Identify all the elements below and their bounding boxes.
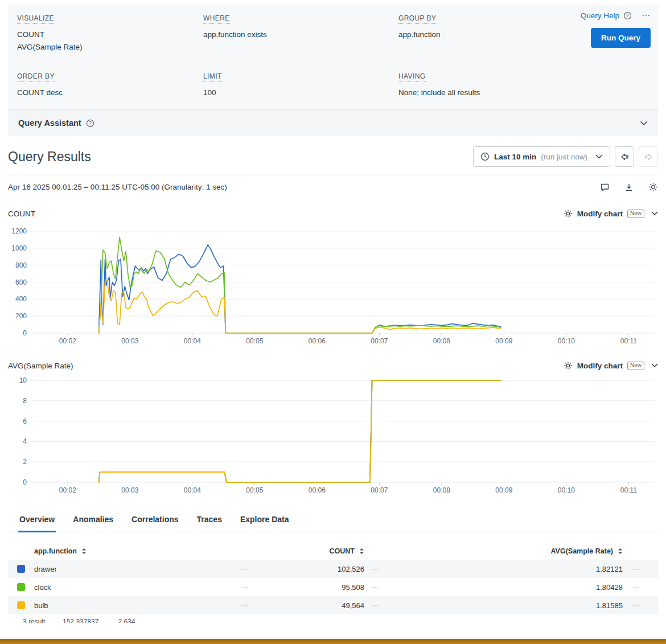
- count-chart-header: COUNT Modify chart New: [8, 209, 658, 218]
- svg-text:00:06: 00:06: [309, 486, 326, 494]
- clause-having-label: HAVING: [398, 72, 426, 82]
- overflow-menu-icon[interactable]: ⋯: [642, 10, 651, 20]
- history-back-button[interactable]: [615, 146, 634, 167]
- svg-text:0: 0: [23, 329, 27, 337]
- modify-chart-button[interactable]: Modify chart New: [564, 361, 658, 370]
- svg-text:800: 800: [15, 261, 27, 269]
- svg-text:00:09: 00:09: [495, 337, 512, 345]
- avg-chart-title: AVG(Sample Rate): [8, 362, 73, 370]
- clause-limit[interactable]: LIMIT 100: [203, 71, 398, 99]
- svg-text:200: 200: [15, 312, 27, 320]
- svg-text:00:11: 00:11: [620, 486, 637, 494]
- time-range-value: Last 10 min: [494, 153, 536, 161]
- clock-icon: [480, 152, 490, 161]
- modify-chart-button[interactable]: Modify chart New: [564, 209, 658, 218]
- row-menu[interactable]: ⋯: [228, 601, 262, 610]
- limit-value[interactable]: 100: [203, 87, 398, 99]
- column-label: COUNT: [330, 547, 355, 555]
- modify-chart-label: Modify chart: [577, 362, 623, 370]
- tab-overview[interactable]: Overview: [18, 509, 56, 532]
- svg-text:2: 2: [23, 458, 27, 466]
- visualize-count[interactable]: COUNT: [17, 28, 203, 41]
- clause-having[interactable]: HAVING None; include all results: [398, 71, 495, 99]
- query-help-link[interactable]: Query Help: [581, 11, 619, 20]
- clause-group-by-label: GROUP BY: [398, 14, 436, 24]
- svg-text:00:06: 00:06: [309, 337, 326, 345]
- column-header-avg-sample-rate[interactable]: AVG(Sample Rate): [387, 547, 623, 555]
- svg-text:?: ?: [626, 13, 629, 18]
- svg-text:10: 10: [19, 376, 27, 384]
- clause-group-by[interactable]: GROUP BY app.function: [398, 13, 495, 54]
- svg-text:600: 600: [15, 278, 27, 286]
- results-summary-clipped: 3 result… … 152,337837 … … 2,634,…: [23, 618, 666, 623]
- count-chart-title: COUNT: [8, 210, 35, 218]
- chevron-down-icon: [595, 154, 603, 159]
- table-header-row: app.function COUNT AVG(Sample Rate): [8, 543, 658, 560]
- group-name: drawer: [34, 565, 228, 573]
- series-swatch-drawer: [17, 565, 25, 573]
- new-badge: New: [627, 362, 644, 370]
- column-header-count[interactable]: COUNT: [262, 547, 364, 555]
- query-assistant-bar[interactable]: Query Assistant ?: [8, 109, 658, 136]
- time-range-picker[interactable]: Last 10 min (run just now): [473, 146, 610, 167]
- table-row[interactable]: clock ⋯ 95,508 ⋯ 1.80428 ⋯: [8, 578, 658, 596]
- row-menu[interactable]: ⋯: [228, 565, 262, 573]
- help-icon[interactable]: ?: [623, 11, 632, 20]
- svg-text:00:10: 00:10: [558, 486, 575, 494]
- results-table: app.function COUNT AVG(Sample Rate) draw…: [8, 543, 658, 614]
- tab-explore-data[interactable]: Explore Data: [239, 509, 290, 532]
- table-row[interactable]: drawer ⋯ 102,526 ⋯ 1.82121 ⋯: [8, 560, 658, 578]
- help-icon[interactable]: ?: [86, 119, 94, 128]
- gear-icon: [564, 361, 573, 370]
- clause-where[interactable]: WHERE app.function exists: [203, 13, 398, 54]
- query-assistant-title: Query Assistant: [18, 118, 81, 128]
- clause-where-label: WHERE: [203, 14, 230, 24]
- svg-text:?: ?: [89, 120, 92, 126]
- comment-icon[interactable]: [600, 183, 610, 192]
- svg-text:00:03: 00:03: [121, 337, 138, 345]
- run-query-button[interactable]: Run Query: [591, 28, 651, 48]
- gear-icon[interactable]: [648, 182, 658, 192]
- cell-menu[interactable]: ⋯: [623, 601, 649, 610]
- chevron-down-icon[interactable]: [640, 121, 648, 126]
- row-menu[interactable]: ⋯: [228, 583, 262, 592]
- cell-menu[interactable]: ⋯: [364, 565, 387, 573]
- svg-text:00:02: 00:02: [59, 486, 76, 494]
- clause-order-by-label: ORDER BY: [17, 72, 55, 82]
- svg-text:00:11: 00:11: [620, 337, 637, 345]
- svg-text:00:08: 00:08: [433, 337, 450, 345]
- having-value[interactable]: None; include all results: [398, 87, 495, 99]
- history-forward-button[interactable]: [639, 146, 658, 167]
- svg-text:1000: 1000: [11, 244, 27, 252]
- where-filter[interactable]: app.function exists: [203, 28, 398, 41]
- clause-visualize[interactable]: VISUALIZE COUNT AVG(Sample Rate): [17, 13, 203, 54]
- svg-text:00:05: 00:05: [246, 486, 263, 494]
- download-icon[interactable]: [624, 183, 634, 192]
- svg-text:00:07: 00:07: [371, 337, 388, 345]
- clause-limit-label: LIMIT: [203, 72, 222, 82]
- svg-text:4: 4: [23, 437, 27, 445]
- cell-menu[interactable]: ⋯: [623, 583, 649, 592]
- visualize-avg-sample-rate[interactable]: AVG(Sample Rate): [17, 41, 203, 54]
- cell-menu[interactable]: ⋯: [623, 565, 649, 573]
- count-value: 102,526: [262, 565, 364, 573]
- column-label: app.function: [34, 547, 77, 555]
- order-by-value[interactable]: COUNT desc: [17, 87, 203, 99]
- tab-traces[interactable]: Traces: [196, 509, 223, 532]
- tab-anomalies[interactable]: Anomalies: [72, 509, 114, 532]
- results-tab-bar: Overview Anomalies Correlations Traces E…: [8, 509, 658, 532]
- group-by-field[interactable]: app.function: [398, 28, 495, 41]
- cell-menu[interactable]: ⋯: [364, 583, 387, 592]
- svg-text:6: 6: [23, 417, 27, 425]
- svg-text:00:09: 00:09: [495, 486, 512, 494]
- svg-text:00:04: 00:04: [184, 337, 201, 345]
- avg-sample-rate-chart[interactable]: 024681000:0200:0300:0400:0500:0600:0700:…: [0, 375, 666, 494]
- column-label: AVG(Sample Rate): [550, 547, 613, 555]
- column-header-app-function[interactable]: app.function: [34, 547, 228, 555]
- tab-correlations[interactable]: Correlations: [130, 509, 179, 532]
- cell-menu[interactable]: ⋯: [364, 601, 387, 610]
- svg-text:00:07: 00:07: [371, 486, 388, 494]
- clause-order-by[interactable]: ORDER BY COUNT desc: [17, 71, 203, 99]
- table-row[interactable]: bulb ⋯ 49,564 ⋯ 1.81585 ⋯: [8, 596, 658, 614]
- count-chart[interactable]: 02004006008001000120000:0200:0300:0400:0…: [0, 223, 666, 345]
